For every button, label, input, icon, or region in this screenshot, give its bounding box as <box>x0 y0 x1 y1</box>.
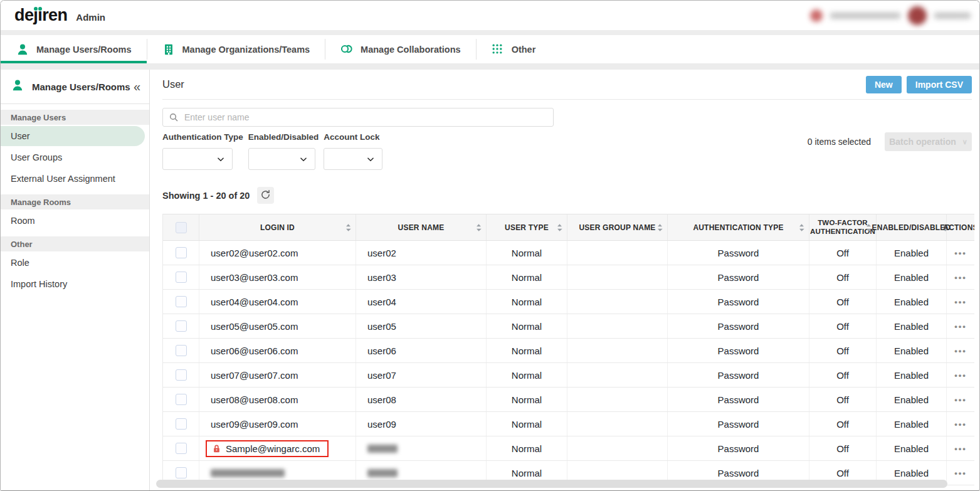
row-checkbox[interactable] <box>176 272 187 283</box>
column-header-enabled-disabled[interactable]: ENABLED/DISABLED <box>877 214 947 240</box>
horizontal-scrollbar <box>155 480 977 488</box>
column-header-user-name[interactable]: USER NAME <box>356 214 487 240</box>
account-menu-redacted[interactable] <box>810 6 971 25</box>
sidebar-item-import-history[interactable]: Import History <box>1 274 149 294</box>
authentication-type-select[interactable] <box>162 148 233 170</box>
row-checkbox[interactable] <box>176 296 187 307</box>
row-checkbox[interactable] <box>176 345 187 356</box>
column-header-two-factor-authentication[interactable]: TWO-FACTOR AUTHENTICATION <box>809 214 877 240</box>
login-id-cell: user02@user02.com <box>199 241 356 265</box>
main-header: User New Import CSV <box>162 70 972 100</box>
user-group-cell <box>567 241 668 265</box>
tab-manage-users-rooms[interactable]: Manage Users/Rooms <box>1 35 147 63</box>
refresh-button[interactable] <box>257 187 274 204</box>
selection-box: 0 items selected Batch operation∨ <box>808 132 972 151</box>
account-lock-select[interactable] <box>324 148 382 170</box>
select-all-checkbox[interactable] <box>176 222 187 233</box>
import-csv-button[interactable]: Import CSV <box>907 76 972 93</box>
tab-manage-organizations-teams[interactable]: Manage Organizations/Teams <box>147 35 325 63</box>
account-badge-icon <box>810 9 823 22</box>
enabled-disabled-cell: Enabled <box>877 265 947 289</box>
user-group-cell <box>567 339 668 362</box>
more-options-icon[interactable]: ••• <box>954 420 967 428</box>
login-id: user06@user06.com <box>211 346 298 356</box>
sort-icon[interactable] <box>557 223 562 231</box>
sidebar-section-manage-users: Manage Users <box>1 110 149 125</box>
collapse-sidebar-button[interactable]: « <box>134 80 140 93</box>
more-options-icon[interactable]: ••• <box>954 322 967 330</box>
batch-operation-button[interactable]: Batch operation∨ <box>885 132 972 151</box>
highlighted-login-box: Sample@wingarc.com <box>206 440 329 457</box>
sort-icon[interactable] <box>476 223 482 231</box>
actions-cell: ••• <box>947 436 974 460</box>
more-options-icon[interactable]: ••• <box>954 249 967 257</box>
more-options-icon[interactable]: ••• <box>954 298 967 306</box>
user-name: user07 <box>367 370 396 381</box>
row-checkbox[interactable] <box>176 467 187 478</box>
checkbox-cell <box>163 314 199 338</box>
scrollbar-thumb[interactable] <box>156 480 947 488</box>
table-row: Sample@wingarc.comNormalPasswordOffEnabl… <box>163 436 974 461</box>
two-factor-cell: Off <box>809 363 877 387</box>
authentication-type-cell: Password <box>668 412 809 436</box>
column-header-authentication-type[interactable]: AUTHENTICATION TYPE <box>668 214 809 240</box>
sidebar-item-external-user-assignment[interactable]: External User Assignment <box>1 169 149 189</box>
redacted-user-name <box>367 469 398 477</box>
more-options-icon[interactable]: ••• <box>954 396 967 404</box>
sort-icon[interactable] <box>799 223 804 231</box>
table-row: user08@user08.comuser08NormalPasswordOff… <box>163 388 974 412</box>
column-header-user-group-name[interactable]: USER GROUP NAME <box>567 214 668 240</box>
enabled-disabled-cell: Enabled <box>877 412 947 436</box>
row-checkbox[interactable] <box>176 443 187 454</box>
sidebar-section-manage-rooms: Manage Rooms <box>1 194 149 209</box>
enabled-disabled-select[interactable] <box>248 148 315 170</box>
column-header-actions[interactable]: ACTIONS <box>947 214 974 240</box>
more-options-icon[interactable]: ••• <box>954 445 967 453</box>
user-type-cell: Normal <box>487 290 567 314</box>
login-id: user08@user08.com <box>211 394 298 405</box>
row-checkbox[interactable] <box>176 394 187 405</box>
login-id-cell: user09@user09.com <box>199 412 356 436</box>
checkbox-cell <box>163 241 199 265</box>
checkbox-cell <box>163 436 199 460</box>
authentication-type-cell: Password <box>668 265 809 289</box>
table-row: user07@user07.comuser07NormalPasswordOff… <box>163 363 974 388</box>
search-input[interactable] <box>162 108 554 127</box>
more-options-icon[interactable]: ••• <box>954 273 967 282</box>
more-options-icon[interactable]: ••• <box>954 371 967 379</box>
row-checkbox[interactable] <box>176 369 187 381</box>
sort-icon[interactable] <box>657 223 663 231</box>
tab-label: Other <box>512 45 536 55</box>
logo-suffix: Admin <box>76 12 105 23</box>
user-group-cell <box>567 363 668 387</box>
sidebar-item-room[interactable]: Room <box>1 211 149 231</box>
column-header-login-id[interactable]: LOGIN ID <box>199 214 356 240</box>
tab-other[interactable]: Other <box>476 35 551 63</box>
header-buttons: New Import CSV <box>866 76 972 93</box>
user-name-cell: user08 <box>356 388 487 411</box>
more-options-icon[interactable]: ••• <box>954 347 967 355</box>
column-header-user-type[interactable]: USER TYPE <box>487 214 567 240</box>
user-icon <box>11 78 24 95</box>
row-checkbox[interactable] <box>176 247 187 258</box>
redacted-login-id <box>211 469 285 477</box>
tab-manage-collaborations[interactable]: Manage Collaborations <box>325 35 476 63</box>
app-window: dejiren Admin Manage Users/RoomsManage O… <box>0 0 980 491</box>
tabbar: Manage Users/RoomsManage Organizations/T… <box>1 35 979 63</box>
row-checkbox[interactable] <box>176 320 187 332</box>
new-button[interactable]: New <box>866 76 902 93</box>
enabled-disabled-cell: Enabled <box>877 388 947 411</box>
user-group-cell <box>567 290 668 314</box>
sidebar-item-role[interactable]: Role <box>1 253 149 273</box>
row-checkbox[interactable] <box>176 418 187 430</box>
sidebar-item-user-groups[interactable]: User Groups <box>1 147 149 167</box>
enabled-disabled-cell: Enabled <box>877 314 947 338</box>
login-id: user09@user09.com <box>211 419 298 430</box>
more-options-icon[interactable]: ••• <box>954 469 967 477</box>
filter-enabled-disabled: Enabled/Disabled <box>248 132 319 170</box>
sort-icon[interactable] <box>866 223 872 231</box>
sidebar-item-user[interactable]: User <box>1 126 145 146</box>
sort-icon[interactable] <box>345 223 351 231</box>
user-icon <box>16 43 29 56</box>
authentication-type-cell: Password <box>668 339 809 362</box>
